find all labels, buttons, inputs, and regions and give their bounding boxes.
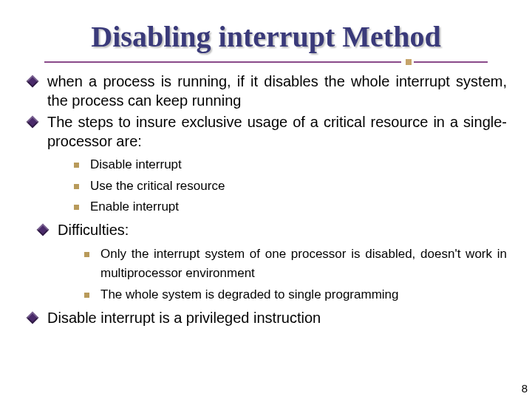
sub-item: Enable interrupt	[74, 197, 507, 216]
sub-list: Only the interrupt system of one process…	[58, 245, 507, 304]
bullet-text: when a process is running, if it disable…	[47, 72, 507, 110]
sub-item-text: Use the critical resource	[90, 179, 225, 193]
underline-ornament-icon	[406, 59, 412, 65]
content-area: when a process is running, if it disable…	[22, 72, 510, 328]
bullet-item: Difficulties: Only the interrupt system …	[38, 221, 507, 304]
sub-item: Use the critical resource	[74, 177, 507, 196]
bullet-text: Disable interrupt is a privileged instru…	[47, 309, 507, 328]
sub-item-text: The whole system is degraded to single p…	[100, 285, 507, 304]
bullet-list: when a process is running, if it disable…	[22, 72, 510, 328]
page-number: 8	[522, 382, 528, 395]
sub-item: Disable interrupt	[74, 155, 507, 174]
bullet-item: Disable interrupt is a privileged instru…	[28, 309, 507, 328]
sub-list: Disable interrupt Use the critical resou…	[47, 155, 507, 216]
slide: Disabling interrupt Method when a proces…	[0, 0, 532, 399]
underline-line	[44, 61, 401, 63]
underline-line-short	[414, 61, 488, 63]
sub-item-text: Disable interrupt	[90, 157, 182, 171]
sub-item: Only the interrupt system of one process…	[84, 245, 507, 284]
bullet-item: The steps to insure exclusive usage of a…	[28, 113, 507, 216]
title-area: Disabling interrupt Method	[22, 0, 510, 53]
sub-item-text: Enable interrupt	[90, 200, 179, 214]
title-underline	[44, 59, 488, 65]
slide-title: Disabling interrupt Method	[22, 21, 510, 53]
sub-item-text: Only the interrupt system of one process…	[100, 245, 507, 284]
sub-item: The whole system is degraded to single p…	[84, 285, 507, 304]
bullet-text: The steps to insure exclusive usage of a…	[47, 113, 507, 151]
bullet-text: Difficulties:	[58, 221, 507, 240]
bullet-item: when a process is running, if it disable…	[28, 72, 507, 110]
